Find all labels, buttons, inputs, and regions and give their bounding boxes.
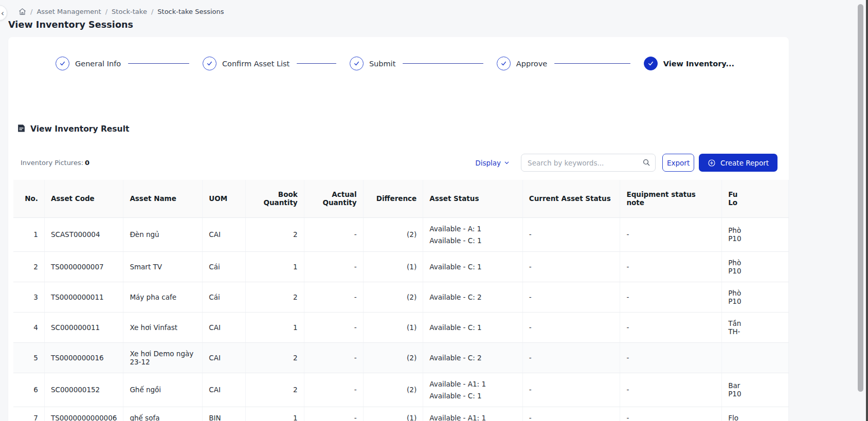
asset-status-line: Available - C: 1 bbox=[429, 263, 516, 271]
cell-difference: (1) bbox=[363, 251, 423, 282]
step-circle[interactable] bbox=[497, 57, 511, 70]
cell-uom: BIN bbox=[203, 407, 245, 421]
step-circle[interactable] bbox=[350, 57, 364, 70]
cell-actual_qty: - bbox=[304, 282, 363, 312]
cell-no: 4 bbox=[13, 312, 44, 342]
create-report-label: Create Report bbox=[720, 159, 769, 167]
step-general-info[interactable]: General Info bbox=[56, 57, 203, 70]
column-header-asset_status: Asset Status bbox=[423, 180, 523, 217]
toolbar: Inventory Pictures:0 Display Export Crea… bbox=[8, 134, 789, 172]
cell-uom: CAI bbox=[203, 312, 245, 342]
vertical-scrollbar-thumb[interactable] bbox=[858, 4, 863, 392]
cell-asset_name: Xe hơi Demo ngày 23-12 bbox=[123, 342, 203, 373]
column-header-full_location: Fu Lo bbox=[722, 180, 789, 217]
asset-status-line: Available - C: 2 bbox=[429, 354, 516, 362]
column-header-no: No. bbox=[13, 180, 44, 217]
cell-full_location bbox=[722, 342, 789, 373]
cell-current_status: - bbox=[522, 251, 620, 282]
cell-no: 7 bbox=[13, 407, 44, 421]
step-circle[interactable] bbox=[203, 57, 216, 70]
inventory-pictures-label: Inventory Pictures:0 bbox=[21, 159, 89, 167]
step-circle[interactable] bbox=[644, 57, 658, 70]
cell-asset_status: Available - C: 2 bbox=[423, 282, 523, 312]
table-row: 7TS0000000000006ghế sofaBIN1-(1)Availabl… bbox=[13, 407, 789, 421]
step-connector bbox=[403, 63, 483, 64]
cell-asset_status: Available - A1: 1Available - C: 1 bbox=[423, 373, 523, 407]
document-icon bbox=[17, 124, 26, 134]
page-title: View Inventory Sessions bbox=[0, 15, 868, 30]
display-dropdown[interactable]: Display bbox=[475, 159, 510, 167]
cell-asset_code: SC000000011 bbox=[44, 312, 123, 342]
column-header-asset_name: Asset Name bbox=[123, 180, 203, 217]
step-confirm-asset-list[interactable]: Confirm Asset List bbox=[203, 57, 350, 70]
step-approve[interactable]: Approve bbox=[497, 57, 644, 70]
cell-current_status: - bbox=[522, 342, 620, 373]
step-label: General Info bbox=[75, 60, 121, 68]
column-header-book_qty: Book Quantity bbox=[245, 180, 304, 217]
asset-status-line: Available - C: 1 bbox=[429, 236, 516, 245]
cell-no: 5 bbox=[13, 342, 44, 373]
step-label: Approve bbox=[516, 60, 547, 68]
cell-actual_qty: - bbox=[304, 373, 363, 407]
step-label: View Inventory... bbox=[663, 60, 734, 68]
cell-equip_note: - bbox=[620, 373, 722, 407]
breadcrumb-item-asset-management[interactable]: Asset Management bbox=[37, 8, 101, 15]
cell-asset_code: SC000000152 bbox=[44, 373, 123, 407]
export-button[interactable]: Export bbox=[662, 154, 694, 172]
cell-book_qty: 1 bbox=[245, 251, 304, 282]
cell-equip_note: - bbox=[620, 282, 722, 312]
column-header-current_status: Current Asset Status bbox=[522, 180, 620, 217]
cell-book_qty: 2 bbox=[245, 217, 304, 251]
cell-actual_qty: - bbox=[304, 407, 363, 421]
home-icon[interactable] bbox=[19, 8, 26, 15]
create-report-button[interactable]: Create Report bbox=[699, 154, 777, 172]
breadcrumb-item-stock-take[interactable]: Stock-take bbox=[112, 8, 147, 15]
cell-uom: CAI bbox=[203, 373, 245, 407]
cell-current_status: - bbox=[522, 407, 620, 421]
inventory-table-wrap: No.Asset CodeAsset NameUOMBook QuantityA… bbox=[13, 180, 789, 421]
table-row: 6SC000000152Ghế ngồiCAI2-(2)Available - … bbox=[13, 373, 789, 407]
check-icon bbox=[500, 60, 507, 67]
cell-full_location: Flo bbox=[722, 407, 789, 421]
cell-asset_name: Máy pha cafe bbox=[123, 282, 203, 312]
cell-book_qty: 2 bbox=[245, 282, 304, 312]
cell-asset_status: Available - C: 1 bbox=[423, 251, 523, 282]
step-submit[interactable]: Submit bbox=[350, 57, 497, 70]
column-header-uom: UOM bbox=[203, 180, 245, 217]
step-connector bbox=[128, 63, 189, 64]
cell-uom: CAI bbox=[203, 217, 245, 251]
column-header-asset_code: Asset Code bbox=[44, 180, 123, 217]
cell-book_qty: 1 bbox=[245, 312, 304, 342]
asset-status-line: Available - A1: 1 bbox=[429, 414, 516, 421]
cell-uom: CAI bbox=[203, 342, 245, 373]
cell-asset_status: Available - A1: 1 bbox=[423, 407, 523, 421]
breadcrumb: / Asset Management / Stock-take / Stock-… bbox=[0, 0, 868, 15]
cell-book_qty: 2 bbox=[245, 373, 304, 407]
chevron-left-icon: ‹ bbox=[1, 8, 4, 18]
check-icon bbox=[59, 60, 66, 67]
search-icon[interactable] bbox=[642, 158, 650, 168]
cell-current_status: - bbox=[522, 282, 620, 312]
search-box bbox=[521, 154, 656, 172]
cell-equip_note: - bbox=[620, 342, 722, 373]
section-header: View Inventory Result bbox=[8, 70, 789, 134]
cell-asset_code: TS0000000011 bbox=[44, 282, 123, 312]
cell-asset_status: Available - C: 1 bbox=[423, 312, 523, 342]
cell-actual_qty: - bbox=[304, 312, 363, 342]
column-header-equip_note: Equipment status note bbox=[620, 180, 722, 217]
search-input[interactable] bbox=[521, 154, 656, 172]
step-connector bbox=[554, 63, 630, 64]
cell-equip_note: - bbox=[620, 312, 722, 342]
cell-difference: (1) bbox=[363, 407, 423, 421]
check-icon bbox=[206, 60, 213, 67]
step-view-inventory[interactable]: View Inventory... bbox=[644, 57, 742, 70]
breadcrumb-separator: / bbox=[151, 8, 153, 15]
step-circle[interactable] bbox=[56, 57, 69, 70]
column-header-actual_qty: Actual Quantity bbox=[304, 180, 363, 217]
chevron-down-icon bbox=[504, 160, 510, 166]
cell-asset_name: ghế sofa bbox=[123, 407, 203, 421]
column-header-difference: Difference bbox=[363, 180, 423, 217]
cell-asset_name: Ghế ngồi bbox=[123, 373, 203, 407]
table-row: 3TS0000000011Máy pha cafeCái2-(2)Availab… bbox=[13, 282, 789, 312]
breadcrumb-item-stock-take-sessions[interactable]: Stock-take Sessions bbox=[157, 8, 224, 15]
